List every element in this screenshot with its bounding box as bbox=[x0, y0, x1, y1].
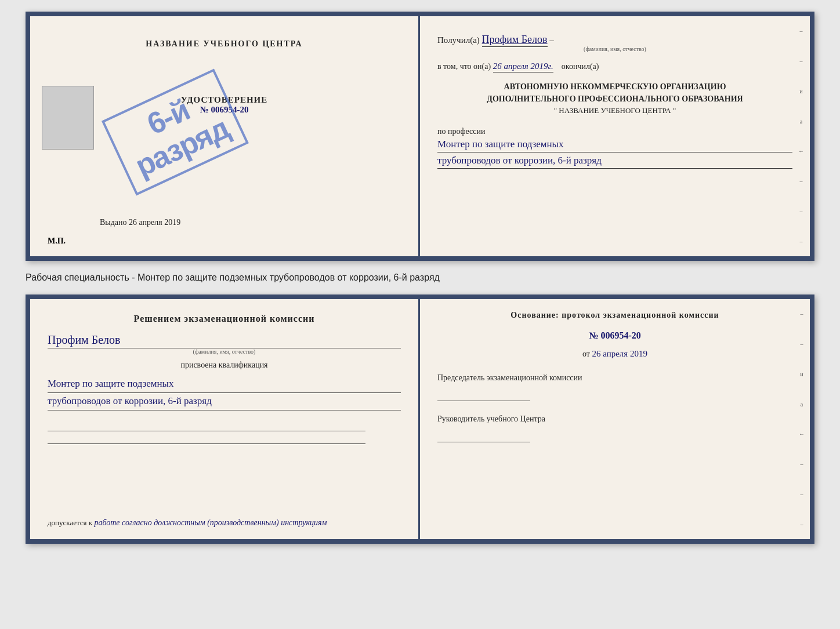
fio-bottom-wrap: Профим Белов (фамилия, имя, отчество) bbox=[48, 330, 401, 355]
rukovoditel-sign-line bbox=[437, 431, 530, 442]
mp-line: М.П. bbox=[48, 237, 66, 246]
cert-left-panel: НАЗВАНИЕ УЧЕБНОГО ЦЕНТРА УДОСТОВЕРЕНИЕ №… bbox=[30, 16, 420, 256]
profession-line1: Монтер по защите подземных bbox=[437, 136, 792, 152]
side-marks-bottom: – – и а ← – – – bbox=[794, 299, 810, 539]
org-line3: " НАЗВАНИЕ УЧЕБНОГО ЦЕНТРА " bbox=[554, 106, 676, 115]
sign-line-2 bbox=[48, 434, 365, 444]
rukovoditel-block: Руководитель учебного Центра bbox=[437, 413, 792, 446]
stamp-overlay: 6-й разряд bbox=[87, 36, 263, 229]
ot-date-block: от 26 апреля 2019 bbox=[437, 349, 792, 359]
kvalif-block: Монтер по защите подземных трубопроводов… bbox=[48, 376, 401, 410]
ot-date: 26 апреля 2019 bbox=[592, 349, 647, 358]
poluchil-line: Получил(а) Профим Белов – (фамилия, имя,… bbox=[437, 34, 792, 52]
profession-line2: трубопроводов от коррозии, 6-й разряд bbox=[437, 152, 792, 169]
stamp-line2: разряд bbox=[131, 111, 234, 183]
ot-label: от bbox=[582, 350, 590, 358]
org-block: АВТОНОМНУЮ НЕКОММЕРЧЕСКУЮ ОРГАНИЗАЦИЮ ДО… bbox=[437, 81, 792, 117]
udostoverenie-num: № 006954-20 bbox=[181, 105, 268, 115]
predsedatel-title: Председатель экзаменационной комиссии bbox=[437, 373, 582, 382]
vtom-line: в том, что он(а) 26 апреля 2019г. окончи… bbox=[437, 61, 792, 71]
bottom-certificate: Решением экзаменационной комиссии Профим… bbox=[26, 294, 814, 544]
resheniem-title: Решением экзаменационной комиссии bbox=[48, 314, 401, 324]
udostoverenie-block: УДОСТОВЕРЕНИЕ № 006954-20 bbox=[181, 95, 268, 115]
predsedatel-sign-line bbox=[437, 390, 530, 401]
cert-bottom-right: Основание: протокол экзаменационной коми… bbox=[420, 299, 810, 539]
org-line2: ДОПОЛНИТЕЛЬНОГО ПРОФЕССИОНАЛЬНОГО ОБРАЗО… bbox=[437, 93, 792, 105]
sign-lines bbox=[48, 421, 401, 444]
photo-placeholder bbox=[42, 86, 94, 150]
vtom-label: в том, что он(а) bbox=[437, 62, 491, 71]
protocol-num: № 006954-20 bbox=[437, 330, 792, 341]
predsedatel-block: Председатель экзаменационной комиссии bbox=[437, 372, 792, 405]
kvalif-line2: трубопроводов от коррозии, 6-й разряд bbox=[48, 393, 401, 410]
school-name-top: НАЗВАНИЕ УЧЕБНОГО ЦЕНТРА bbox=[146, 39, 302, 49]
prisvoena-text: присвоена квалификация bbox=[48, 361, 401, 370]
udostoverenie-title: УДОСТОВЕРЕНИЕ bbox=[181, 95, 268, 105]
po-professii-label: по профессии bbox=[437, 127, 486, 136]
dopuskaetsya-label: допускается к bbox=[48, 518, 92, 527]
cert-bottom-left: Решением экзаменационной комиссии Профим… bbox=[30, 299, 420, 539]
dopuskaetsya-value: работе согласно должностным (производств… bbox=[94, 518, 327, 527]
sign-line-1 bbox=[48, 421, 365, 431]
dash-after-fio: – bbox=[549, 35, 554, 45]
rukovoditel-title: Руководитель учебного Центра bbox=[437, 415, 545, 423]
vydano-date: 26 апреля 2019 bbox=[129, 218, 180, 227]
top-certificate: НАЗВАНИЕ УЧЕБНОГО ЦЕНТРА УДОСТОВЕРЕНИЕ №… bbox=[26, 12, 814, 261]
osnovanie-text: Основание: протокол экзаменационной коми… bbox=[437, 311, 792, 320]
fio-top: Профим Белов bbox=[482, 34, 548, 47]
fio-bottom: Профим Белов bbox=[48, 333, 401, 348]
fio-sublabel-bottom: (фамилия, имя, отчество) bbox=[48, 348, 401, 355]
cert-right-panel: Получил(а) Профим Белов – (фамилия, имя,… bbox=[420, 16, 810, 256]
side-marks-top: – – и а ← – – – bbox=[792, 16, 810, 256]
dopuskaetsya-block: допускается к работе согласно должностны… bbox=[48, 518, 401, 528]
stamp-text: 6-й разряд bbox=[102, 68, 249, 195]
vtom-date: 26 апреля 2019г. bbox=[493, 61, 553, 72]
okonchil-label: окончил(а) bbox=[562, 62, 599, 71]
poluchil-label: Получил(а) bbox=[437, 35, 480, 45]
vydano-label: Выдано bbox=[100, 218, 127, 227]
working-specialty-text: Рабочая специальность - Монтер по защите… bbox=[26, 272, 440, 282]
vydano-line: Выдано 26 апреля 2019 bbox=[100, 218, 180, 227]
org-line1: АВТОНОМНУЮ НЕКОММЕРЧЕСКУЮ ОРГАНИЗАЦИЮ bbox=[437, 81, 792, 93]
po-professii: по профессии Монтер по защите подземных … bbox=[437, 127, 792, 169]
kvalif-line1: Монтер по защите подземных bbox=[48, 376, 401, 393]
working-specialty: Рабочая специальность - Монтер по защите… bbox=[26, 270, 814, 285]
